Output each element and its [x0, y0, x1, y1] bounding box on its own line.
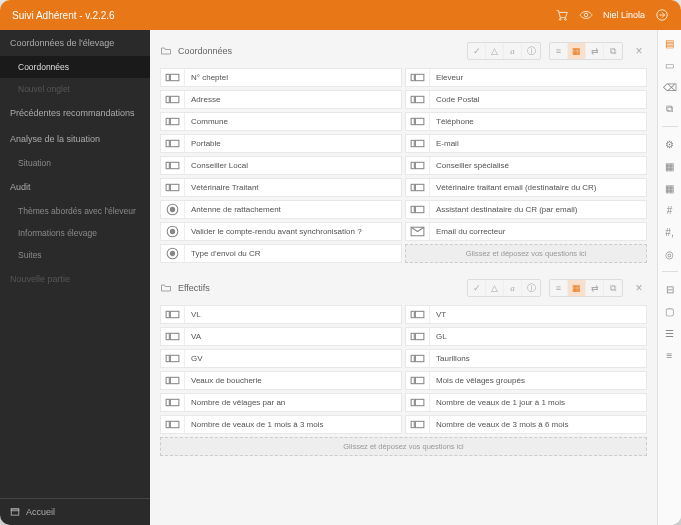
field[interactable]: Mois de vêlages groupés: [405, 371, 647, 390]
sidebar-item[interactable]: Nouvel onglet: [0, 78, 150, 100]
field[interactable]: Vétérinaire traitant email (destinataire…: [405, 178, 647, 197]
gear-icon[interactable]: ⚙: [663, 137, 677, 151]
body: Coordonnées de l'élevageCoordonnéesNouve…: [0, 30, 681, 525]
field-label: Code Postal: [430, 95, 646, 104]
check-icon[interactable]: ✓: [468, 43, 486, 59]
field[interactable]: Commune: [160, 112, 402, 131]
svg-rect-46: [415, 333, 424, 339]
field[interactable]: VA: [160, 327, 402, 346]
grid-icon[interactable]: ▦: [663, 159, 677, 173]
calendar-icon[interactable]: ▦: [663, 181, 677, 195]
sidebar-item[interactable]: Informations élevage: [0, 222, 150, 244]
field-type-icon: [406, 179, 430, 196]
field[interactable]: Code Postal: [405, 90, 647, 109]
list-icon[interactable]: ☰: [663, 326, 677, 340]
warning-icon[interactable]: △: [486, 43, 504, 59]
svg-point-2: [584, 13, 588, 17]
field-label: Antenne de rattachement: [185, 205, 401, 214]
field-type-icon: [406, 372, 430, 389]
tree-icon[interactable]: ⊟: [663, 282, 677, 296]
delete-icon[interactable]: ⌫: [663, 80, 677, 94]
field[interactable]: GL: [405, 327, 647, 346]
field[interactable]: Veaux de boucherie: [160, 371, 402, 390]
svg-rect-42: [415, 311, 424, 317]
grid-icon[interactable]: ▦: [568, 280, 586, 296]
field[interactable]: Antenne de rattachement: [160, 200, 402, 219]
svg-rect-19: [170, 140, 179, 146]
drop-zone[interactable]: Glissez et déposez vos questions ici: [405, 244, 647, 263]
sidebar-footer[interactable]: Accueil: [0, 498, 150, 525]
field[interactable]: Vétérinaire Traitant: [160, 178, 402, 197]
file-icon[interactable]: ▭: [663, 58, 677, 72]
list-icon[interactable]: ≡: [550, 280, 568, 296]
hash-icon[interactable]: #: [663, 203, 677, 217]
sidebar-item[interactable]: Coordonnées: [0, 56, 150, 78]
sidebar-section[interactable]: Analyse de la situation: [0, 126, 150, 152]
menu-icon[interactable]: ≡: [663, 348, 677, 362]
font-icon[interactable]: a: [504, 280, 522, 296]
svg-rect-13: [415, 96, 424, 102]
field[interactable]: Conseiller Local: [160, 156, 402, 175]
sidebar-section[interactable]: Audit: [0, 174, 150, 200]
sidebar-item[interactable]: Thèmes abordés avec l'éleveur: [0, 200, 150, 222]
layers-icon[interactable]: ▤: [663, 36, 677, 50]
field[interactable]: Valider le compte-rendu avant synchronis…: [160, 222, 402, 241]
field-type-icon: [161, 306, 185, 323]
field[interactable]: VL: [160, 305, 402, 324]
field-type-icon: [406, 328, 430, 345]
field[interactable]: Nombre de veaux de 1 jour à 1 mois: [405, 393, 647, 412]
field[interactable]: Assistant destinataire du CR (par email): [405, 200, 647, 219]
svg-rect-57: [411, 399, 414, 405]
hash2-icon[interactable]: #,: [663, 225, 677, 239]
copy-icon[interactable]: ⧉: [604, 280, 622, 296]
svg-rect-8: [411, 74, 414, 80]
drop-zone[interactable]: Glissez et déposez vos questions ici: [160, 437, 647, 456]
field[interactable]: Nombre de veaux de 1 mois à 3 mois: [160, 415, 402, 434]
info-icon[interactable]: ⓘ: [522, 43, 540, 59]
field[interactable]: Adresse: [160, 90, 402, 109]
font-icon[interactable]: a: [504, 43, 522, 59]
sidebar-item[interactable]: Situation: [0, 152, 150, 174]
warning-icon[interactable]: △: [486, 280, 504, 296]
field[interactable]: Portable: [160, 134, 402, 153]
field[interactable]: Téléphone: [405, 112, 647, 131]
field[interactable]: Eleveur: [405, 68, 647, 87]
field-label: Commune: [185, 117, 401, 126]
field[interactable]: VT: [405, 305, 647, 324]
field-type-icon: [161, 91, 185, 108]
main-content: Coordonnées✓△aⓘ≡▦⇄⧉×N° cheptelEleveurAdr…: [150, 30, 657, 525]
field[interactable]: Nombre de veaux de 3 mois à 6 mois: [405, 415, 647, 434]
list-icon[interactable]: ≡: [550, 43, 568, 59]
field[interactable]: Email du correcteur: [405, 222, 647, 241]
grid-icon[interactable]: ▦: [568, 43, 586, 59]
field[interactable]: GV: [160, 349, 402, 368]
target-icon[interactable]: ◎: [663, 247, 677, 261]
copy-icon[interactable]: ⧉: [604, 43, 622, 59]
sidebar-section[interactable]: Coordonnées de l'élevage: [0, 30, 150, 56]
field[interactable]: N° cheptel: [160, 68, 402, 87]
sidebar-section[interactable]: Nouvelle partie: [0, 266, 150, 292]
field[interactable]: E-mail: [405, 134, 647, 153]
switch-icon[interactable]: ⇄: [586, 280, 604, 296]
cart-icon[interactable]: [555, 8, 569, 22]
field-type-icon: [406, 306, 430, 323]
close-icon[interactable]: ×: [631, 280, 647, 296]
sidebar-item[interactable]: Suites: [0, 244, 150, 266]
close-icon[interactable]: ×: [631, 43, 647, 59]
field[interactable]: Conseiller spécialisé: [405, 156, 647, 175]
field[interactable]: Type d'envoi du CR: [160, 244, 402, 263]
field-type-icon: [406, 135, 430, 152]
field-type-icon: [406, 394, 430, 411]
logout-icon[interactable]: [655, 8, 669, 22]
eye-icon[interactable]: [579, 8, 593, 22]
field[interactable]: Nombre de vêlages par an: [160, 393, 402, 412]
folder-icon[interactable]: ▢: [663, 304, 677, 318]
svg-rect-27: [170, 184, 179, 190]
switch-icon[interactable]: ⇄: [586, 43, 604, 59]
info-icon[interactable]: ⓘ: [522, 280, 540, 296]
copy-icon[interactable]: ⧉: [663, 102, 677, 116]
field[interactable]: Taurillons: [405, 349, 647, 368]
check-icon[interactable]: ✓: [468, 280, 486, 296]
svg-rect-23: [170, 162, 179, 168]
sidebar-section[interactable]: Précédentes recommandations: [0, 100, 150, 126]
